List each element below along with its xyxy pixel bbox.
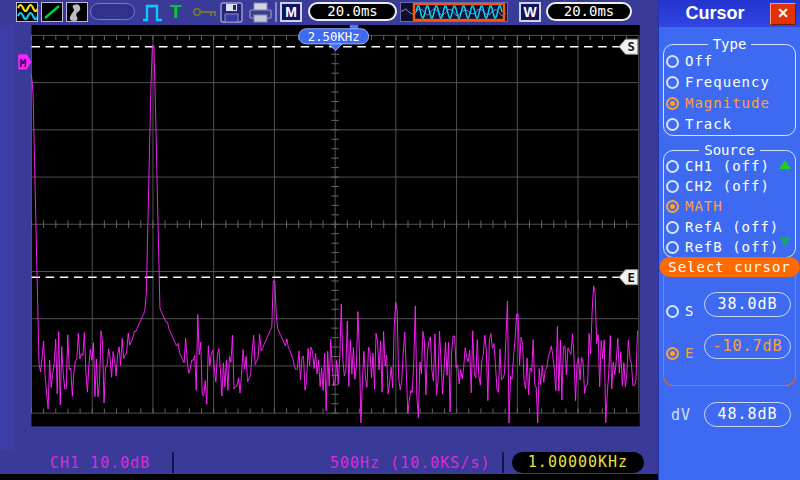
scroll-down-icon[interactable] (779, 237, 791, 246)
radio-type-off[interactable]: Off (666, 51, 713, 71)
toolbar: T M 20.0ms (0, 0, 658, 25)
radio-icon (666, 97, 679, 110)
radio-label: MATH (685, 198, 723, 214)
select-cursor-group: Select cursor (663, 268, 796, 386)
radio-icon (666, 241, 679, 254)
ch1-scale-readout: CH1 10.0dB (50, 454, 150, 472)
status-divider (502, 452, 504, 473)
radio-source-refb[interactable]: RefB (off) (666, 237, 779, 257)
radio-type-frequency[interactable]: Frequency (666, 72, 770, 92)
radio-icon (666, 55, 679, 68)
status-divider (172, 452, 174, 473)
math-position-marker[interactable]: M (18, 54, 31, 69)
radio-cursor-e[interactable]: E (666, 343, 694, 363)
radio-icon (666, 200, 679, 213)
radio-label: CH1 (off) (685, 158, 770, 174)
radio-source-refa[interactable]: RefA (off) (666, 217, 779, 237)
delta-label: dV (671, 406, 691, 424)
draw-line-icon[interactable] (41, 2, 63, 22)
waveform-preview-widget[interactable] (400, 2, 508, 22)
radio-icon (666, 76, 679, 89)
radio-icon (666, 305, 679, 318)
main-timebase-readout: 20.0ms (308, 2, 397, 21)
pulse-edge-icon[interactable] (141, 2, 164, 22)
close-icon[interactable]: ✕ (770, 3, 796, 25)
panel-title: Cursor (659, 3, 771, 24)
radio-label: Magnitude (685, 95, 770, 111)
center-frequency-label: 2.50KHz (308, 30, 360, 44)
frequency-counter-readout: 1.00000KHz (512, 452, 644, 473)
image-stamp-icon[interactable] (66, 2, 88, 22)
panel-title-bar: Cursor ✕ (659, 0, 800, 27)
radio-icon (666, 160, 679, 173)
cursor-e-value: -10.7dB (704, 334, 791, 359)
math-marker-label: M (20, 56, 27, 70)
main-timebase-button[interactable]: M (280, 2, 302, 22)
lock-key-icon[interactable] (192, 2, 219, 22)
save-floppy-icon[interactable] (220, 2, 244, 22)
radio-source-ch2[interactable]: CH2 (off) (666, 176, 770, 196)
trigger-t-icon[interactable]: T (170, 2, 186, 22)
window-timebase-readout: 20.0ms (546, 2, 632, 21)
cursor-s-value: 38.0dB (704, 292, 791, 317)
cursor-panel: Cursor ✕ Type Off Frequency Magnitude Tr… (658, 0, 800, 480)
delta-value: 48.8dB (704, 402, 791, 427)
radio-icon (666, 221, 679, 234)
radio-label: Frequency (685, 74, 770, 90)
spectrum-plot: 2.50KHz M S E (0, 25, 658, 450)
radio-icon (666, 180, 679, 193)
cursor-s-label: S (628, 40, 635, 54)
cursor-e-label: E (628, 271, 635, 285)
radio-source-ch1[interactable]: CH1 (off) (666, 156, 770, 176)
oscilloscope-screen: T M 20.0ms (0, 0, 800, 480)
radio-label: RefA (off) (685, 219, 779, 235)
window-timebase-button[interactable]: W (519, 2, 541, 22)
radio-icon (666, 118, 679, 131)
print-icon[interactable] (248, 2, 273, 22)
scroll-up-icon[interactable] (779, 160, 791, 169)
select-cursor-header: Select cursor (659, 257, 800, 277)
radio-source-math[interactable]: MATH (666, 196, 723, 216)
radio-icon (666, 347, 679, 360)
radio-type-magnitude[interactable]: Magnitude (666, 93, 770, 113)
readout-placeholder (90, 3, 135, 20)
radio-label: Off (685, 53, 713, 69)
radio-label: CH2 (off) (685, 178, 770, 194)
type-group-label: Type (708, 36, 752, 52)
radio-label: RefB (off) (685, 239, 779, 255)
radio-type-track[interactable]: Track (666, 114, 732, 134)
window-position-marker (350, 25, 359, 29)
cursor-e-name: E (685, 345, 694, 361)
horizontal-readout: 500Hz (10.0KS/s) (330, 454, 491, 472)
screen-bottom-edge (0, 474, 658, 480)
radio-label: Track (685, 116, 732, 132)
channels-waveform-icon[interactable] (16, 2, 38, 22)
status-bar: CH1 10.0dB 500Hz (10.0KS/s) 1.00000KHz (0, 450, 658, 477)
radio-cursor-s[interactable]: S (666, 301, 694, 321)
cursor-s-name: S (685, 303, 694, 319)
toolbar-divider (275, 2, 277, 22)
